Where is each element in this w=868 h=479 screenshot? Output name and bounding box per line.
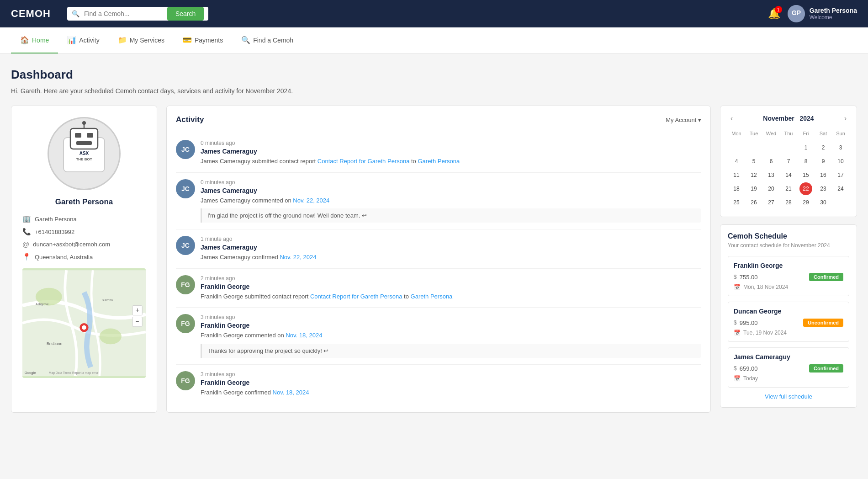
logo: CEMOH bbox=[11, 8, 51, 20]
profile-location-row: 📍 Queensland, Australia bbox=[22, 253, 146, 261]
notification-bell[interactable]: 🔔 1 bbox=[768, 8, 780, 20]
calendar-cell[interactable]: 10 bbox=[834, 155, 847, 168]
nav-home[interactable]: 🏠 Home bbox=[11, 27, 58, 53]
calendar-day-label: Wed bbox=[762, 129, 780, 138]
location-icon: 📍 bbox=[22, 253, 31, 261]
calendar-cell[interactable]: 23 bbox=[817, 182, 830, 195]
activity-link[interactable]: Nov. 18, 2024 bbox=[286, 332, 322, 339]
calendar-cell[interactable]: 28 bbox=[782, 196, 795, 209]
calendar-cell[interactable]: 11 bbox=[730, 169, 743, 181]
page-subtitle: Hi, Gareth. Here are your scheduled Cemo… bbox=[11, 87, 857, 95]
nav-payments[interactable]: 💳 Payments bbox=[174, 27, 232, 53]
page-title: Dashboard bbox=[11, 68, 857, 82]
calendar-cell[interactable]: 29 bbox=[799, 196, 812, 209]
activity-icon: 📊 bbox=[67, 36, 76, 44]
calendar-day-label: Sun bbox=[832, 129, 849, 138]
calendar-month: November bbox=[763, 115, 794, 122]
activity-text: Franklin George commented on Nov. 18, 20… bbox=[201, 331, 701, 340]
calendar-cell[interactable]: 13 bbox=[765, 169, 778, 181]
calendar-cell[interactable]: 15 bbox=[799, 169, 812, 181]
payments-icon: 💳 bbox=[183, 36, 192, 44]
email-icon: @ bbox=[22, 240, 29, 248]
calendar-cell[interactable]: 3 bbox=[834, 141, 847, 154]
activity-link[interactable]: Contact Report for Gareth Persona bbox=[318, 158, 410, 165]
schedule-amount: $ 659.00 bbox=[734, 365, 757, 372]
nav-my-services[interactable]: 📁 My Services bbox=[109, 27, 174, 53]
nav-activity[interactable]: 📊 Activity bbox=[58, 27, 108, 53]
profile-email: duncan+asxbot@cemoh.com bbox=[33, 241, 110, 248]
activity-link[interactable]: Nov. 18, 2024 bbox=[273, 389, 309, 396]
search-button[interactable]: Search bbox=[167, 7, 204, 21]
activity-panel: Activity My Account ▾ JC 0 minutes ago J… bbox=[166, 106, 711, 413]
calendar-cell[interactable]: 9 bbox=[817, 155, 830, 168]
calendar-cell[interactable]: 6 bbox=[765, 155, 778, 168]
calendar-cell[interactable]: 16 bbox=[817, 169, 830, 181]
calendar-cell[interactable]: 1 bbox=[799, 141, 812, 154]
calendar-cell bbox=[730, 141, 743, 154]
calendar-icon: 📅 bbox=[734, 330, 741, 336]
profile-phone-row: 📞 +61401883992 bbox=[22, 228, 146, 236]
nav-find-cemoh[interactable]: 🔍 Find a Cemoh bbox=[232, 27, 302, 53]
notification-badge: 1 bbox=[775, 6, 782, 13]
calendar-cell[interactable]: 8 bbox=[799, 155, 812, 168]
schedule-person: Duncan George bbox=[734, 308, 843, 315]
calendar-cell[interactable]: 4 bbox=[730, 155, 743, 168]
calendar-prev-button[interactable]: ‹ bbox=[728, 113, 736, 123]
activity-time: 3 minutes ago bbox=[201, 314, 701, 320]
activity-time: 0 minutes ago bbox=[201, 140, 701, 146]
nav-payments-label: Payments bbox=[195, 37, 223, 44]
activity-item: JC 1 minute ago James Cameraguy James Ca… bbox=[176, 229, 701, 269]
calendar-cell[interactable]: 20 bbox=[765, 182, 778, 195]
profile-panel: ASX THE BOT Gareth Persona 🏢 Gareth Pers… bbox=[11, 106, 157, 413]
schedule-item: Franklin George $ 755.00 Confirmed 📅 Mon… bbox=[728, 256, 849, 296]
activity-person: James Cameraguy bbox=[201, 187, 701, 194]
schedule-date: 📅 Today bbox=[734, 375, 843, 382]
calendar-cell bbox=[765, 141, 778, 154]
activity-item: JC 0 minutes ago James Cameraguy James C… bbox=[176, 133, 701, 173]
map-area[interactable]: Brisbane Ashgrove Bulimba + − Google Map… bbox=[22, 268, 146, 378]
avatar: GP bbox=[788, 5, 805, 22]
activity-link[interactable]: Contact Report for Gareth Persona bbox=[310, 293, 402, 300]
calendar-cell[interactable]: 27 bbox=[765, 196, 778, 209]
my-account-button[interactable]: My Account ▾ bbox=[666, 117, 701, 123]
find-icon: 🔍 bbox=[241, 36, 250, 44]
calendar-next-button[interactable]: › bbox=[842, 113, 849, 123]
activity-person: Franklin George bbox=[201, 379, 701, 386]
calendar-cell[interactable]: 5 bbox=[747, 155, 760, 168]
profile-location: Queensland, Australia bbox=[35, 254, 93, 261]
activity-comment: Thanks for approving the project so quic… bbox=[201, 344, 701, 358]
calendar-cell[interactable]: 12 bbox=[747, 169, 760, 181]
calendar-cell[interactable]: 2 bbox=[817, 141, 830, 154]
calendar-cell[interactable]: 7 bbox=[782, 155, 795, 168]
calendar-cell[interactable]: 14 bbox=[782, 169, 795, 181]
calendar-cell[interactable]: 22 bbox=[799, 182, 812, 195]
calendar-cell[interactable]: 21 bbox=[782, 182, 795, 195]
user-menu[interactable]: GP Gareth Persona Welcome bbox=[788, 5, 857, 22]
calendar-cell[interactable]: 25 bbox=[730, 196, 743, 209]
phone-icon: 📞 bbox=[22, 228, 31, 236]
activity-link[interactable]: Nov. 22, 2024 bbox=[280, 254, 316, 261]
search-input[interactable] bbox=[82, 7, 164, 20]
svg-text:+: + bbox=[135, 306, 139, 314]
view-schedule-link[interactable]: View full schedule bbox=[728, 393, 849, 400]
activity-person: James Cameraguy bbox=[201, 148, 701, 155]
calendar-cell[interactable]: 24 bbox=[834, 182, 847, 195]
calendar-cell[interactable]: 26 bbox=[747, 196, 760, 209]
activity-link[interactable]: Nov. 22, 2024 bbox=[293, 197, 329, 204]
nav-home-label: Home bbox=[32, 37, 49, 44]
activity-link[interactable]: Gareth Persona bbox=[418, 158, 460, 165]
svg-text:GP: GP bbox=[792, 9, 801, 16]
calendar-cell[interactable]: 17 bbox=[834, 169, 847, 181]
building-icon: 🏢 bbox=[22, 215, 31, 223]
activity-link[interactable]: Gareth Persona bbox=[411, 293, 453, 300]
svg-text:Google: Google bbox=[25, 371, 36, 375]
calendar-cell[interactable]: 19 bbox=[747, 182, 760, 195]
calendar-header: ‹ November 2024 › bbox=[728, 113, 849, 123]
schedule-subtitle: Your contact schedule for November 2024 bbox=[728, 242, 849, 249]
calendar-cell[interactable]: 18 bbox=[730, 182, 743, 195]
schedule-date: 📅 Mon, 18 Nov 2024 bbox=[734, 284, 843, 290]
calendar-panel: ‹ November 2024 › MonTueWedThuFriSatSun1… bbox=[720, 106, 857, 217]
calendar-day-label: Mon bbox=[728, 129, 745, 138]
activity-content: 3 minutes ago Franklin George Franklin G… bbox=[201, 314, 701, 358]
calendar-cell[interactable]: 30 bbox=[817, 196, 830, 209]
